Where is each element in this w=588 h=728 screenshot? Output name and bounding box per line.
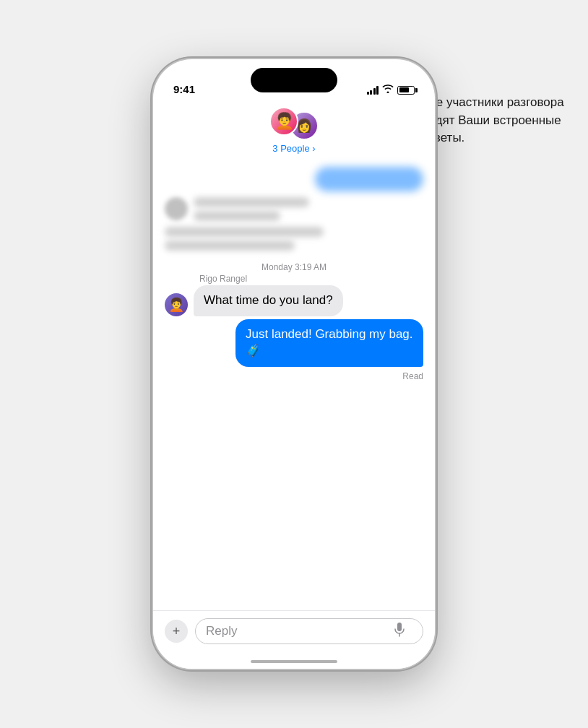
blurred-line-1 (194, 197, 309, 207)
blurred-line-2 (194, 211, 280, 221)
incoming-message-row: 🧑‍🦱 What time do you land? (165, 285, 423, 316)
message-timestamp: Monday 3:19 AM (153, 262, 435, 272)
blurred-line-4 (165, 240, 295, 251)
microphone-icon[interactable] (394, 623, 405, 640)
status-time: 9:41 (173, 83, 195, 95)
sender-name: Rigo Rangel (199, 274, 423, 284)
sender-avatar: 🧑‍🦱 (165, 293, 188, 316)
blurred-messages (153, 160, 435, 258)
blurred-row-2 (165, 227, 423, 251)
messages-list: Rigo Rangel 🧑‍🦱 What time do you land? J… (153, 274, 435, 610)
home-indicator (251, 660, 337, 663)
blurred-line-3 (165, 227, 324, 237)
group-avatars: 🧑‍🦱 👩 (269, 107, 319, 140)
avatar-1: 🧑‍🦱 (269, 107, 298, 136)
outgoing-bubble: Just landed! Grabbing my bag. 🧳 (235, 319, 423, 367)
reply-input-field[interactable]: Reply (195, 618, 423, 644)
plus-icon: + (173, 625, 181, 638)
messages-content: 🧑‍🦱 👩 3 People › (153, 100, 435, 669)
signal-bars-icon (367, 86, 379, 95)
phone-frame: 9:41 🧑‍🦱 (153, 59, 435, 669)
blurred-avatar (165, 197, 188, 220)
wifi-icon (382, 84, 394, 95)
status-icons (367, 84, 415, 95)
svg-rect-0 (397, 623, 402, 631)
read-status: Read (165, 371, 423, 381)
people-count-label[interactable]: 3 People › (272, 143, 315, 154)
incoming-bubble: What time do you land? (194, 285, 343, 316)
battery-icon (397, 86, 415, 95)
contact-header[interactable]: 🧑‍🦱 👩 3 People › (153, 100, 435, 160)
dynamic-island (251, 68, 337, 92)
reply-placeholder: Reply (206, 624, 237, 638)
outgoing-message-row: Just landed! Grabbing my bag. 🧳 (165, 319, 423, 367)
annotation-text: Все участники разговора видят Ваши встро… (422, 94, 566, 147)
add-button[interactable]: + (165, 620, 188, 643)
blurred-row-1 (165, 197, 423, 221)
blurred-bubble-1 (315, 167, 423, 191)
